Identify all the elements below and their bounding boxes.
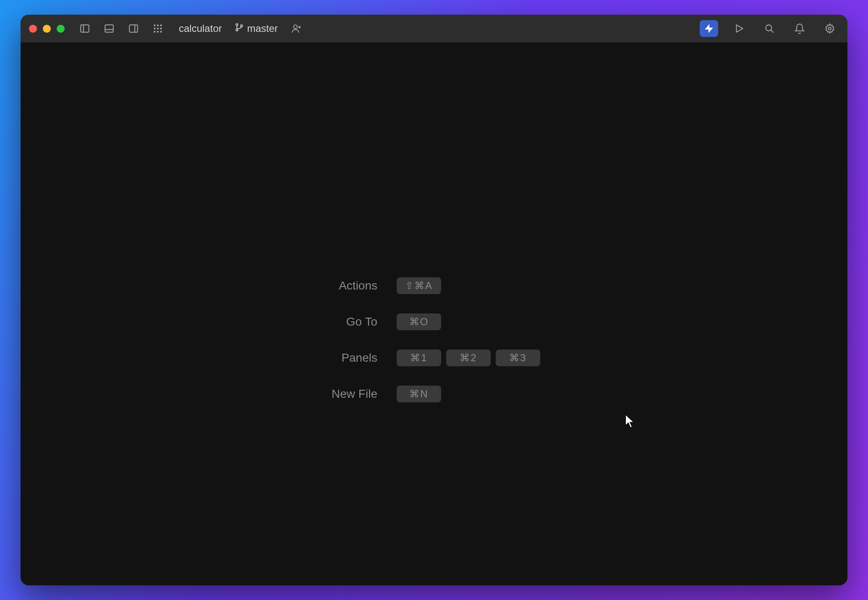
- svg-point-6: [154, 24, 155, 26]
- key-badge: ⌘1: [397, 350, 441, 366]
- app-window: calculator master: [21, 15, 847, 585]
- key-badge: ⌘O: [397, 313, 441, 330]
- panel-bottom-icon[interactable]: [103, 23, 115, 34]
- shortcut-label: Actions: [323, 279, 377, 292]
- ai-assist-button[interactable]: [700, 20, 718, 37]
- traffic-lights: [29, 25, 65, 33]
- svg-point-16: [236, 29, 238, 31]
- grid-apps-icon[interactable]: [152, 23, 164, 34]
- shortcut-row-goto: Go To ⌘O: [323, 313, 540, 330]
- svg-point-13: [157, 31, 159, 32]
- maximize-window-button[interactable]: [57, 25, 65, 33]
- svg-point-22: [766, 25, 771, 31]
- svg-marker-21: [737, 25, 743, 32]
- svg-rect-2: [105, 25, 113, 32]
- shortcut-keys: ⌘O: [397, 313, 441, 330]
- toolbar-right: [700, 20, 839, 37]
- svg-line-23: [771, 30, 774, 33]
- close-window-button[interactable]: [29, 25, 37, 33]
- svg-point-17: [241, 25, 243, 27]
- svg-rect-0: [81, 25, 89, 32]
- svg-point-14: [160, 31, 162, 32]
- key-badge: ⌘N: [397, 386, 441, 402]
- panel-right-icon[interactable]: [128, 23, 139, 34]
- git-branch-icon: [235, 23, 244, 34]
- key-badge: ⇧⌘A: [397, 277, 441, 294]
- shortcut-label: Go To: [323, 315, 377, 329]
- minimize-window-button[interactable]: [43, 25, 51, 33]
- mouse-cursor-icon: [625, 414, 636, 431]
- welcome-shortcuts: Actions ⇧⌘A Go To ⌘O Panels ⌘1 ⌘2 ⌘3: [323, 277, 540, 402]
- svg-point-11: [160, 28, 162, 29]
- project-name[interactable]: calculator: [179, 23, 222, 34]
- shortcut-label: New File: [323, 387, 377, 401]
- shortcut-keys: ⌘N: [397, 386, 441, 402]
- notifications-button[interactable]: [790, 20, 809, 37]
- svg-point-7: [157, 24, 159, 26]
- key-badge: ⌘2: [446, 350, 491, 366]
- shortcut-keys: ⌘1 ⌘2 ⌘3: [397, 350, 540, 366]
- svg-rect-4: [129, 25, 138, 32]
- settings-button[interactable]: [821, 20, 839, 37]
- toolbar-left: calculator master: [79, 23, 302, 34]
- shortcut-row-panels: Panels ⌘1 ⌘2 ⌘3: [323, 350, 540, 366]
- search-button[interactable]: [760, 20, 779, 37]
- shortcut-label: Panels: [323, 351, 377, 365]
- shortcut-keys: ⇧⌘A: [397, 277, 441, 294]
- shortcut-row-actions: Actions ⇧⌘A: [323, 277, 540, 294]
- branch-name: master: [247, 23, 278, 34]
- key-badge: ⌘3: [496, 350, 540, 366]
- editor-content: Actions ⇧⌘A Go To ⌘O Panels ⌘1 ⌘2 ⌘3: [21, 42, 847, 585]
- titlebar: calculator master: [21, 15, 847, 42]
- svg-point-8: [160, 24, 162, 26]
- svg-point-12: [154, 31, 155, 32]
- svg-point-18: [294, 25, 298, 29]
- add-collaborator-icon[interactable]: [290, 23, 302, 34]
- svg-point-9: [154, 28, 155, 29]
- svg-point-24: [829, 27, 831, 30]
- run-button[interactable]: [730, 20, 748, 37]
- svg-point-10: [157, 28, 159, 29]
- branch-selector[interactable]: master: [235, 23, 278, 34]
- panel-left-icon[interactable]: [79, 23, 91, 34]
- svg-point-15: [236, 23, 238, 26]
- shortcut-row-newfile: New File ⌘N: [323, 386, 540, 402]
